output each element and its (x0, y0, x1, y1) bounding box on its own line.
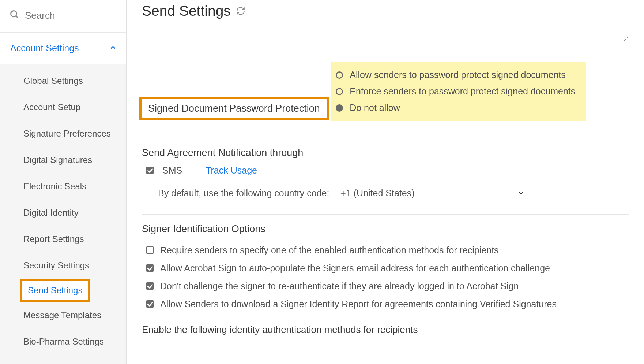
password-protection-section: Signed Document Password Protection Allo… (142, 63, 629, 127)
sidebar-item-message-templates[interactable]: Message Templates (0, 302, 126, 328)
search-input[interactable] (25, 10, 117, 21)
refresh-icon[interactable] (236, 3, 245, 19)
sidebar-item-digital-identity[interactable]: Digital Identity (0, 200, 126, 226)
checkbox-icon (146, 282, 154, 290)
track-usage-link[interactable]: Track Usage (206, 165, 257, 176)
sms-label: SMS (162, 165, 182, 176)
radio-icon (336, 88, 343, 95)
page-title-text: Send Settings (142, 3, 231, 19)
sidebar-section-label: Account Settings (10, 43, 79, 53)
check-no-reauth[interactable]: Don't challenge the signer to re-authent… (146, 277, 629, 295)
check-label: Allow Acrobat Sign to auto-populate the … (160, 263, 550, 274)
sidebar-item-account-setup[interactable]: Account Setup (0, 94, 126, 120)
check-identity-report[interactable]: Allow Senders to download a Signer Ident… (146, 295, 629, 313)
chevron-up-icon (109, 43, 117, 53)
check-autopopulate-email[interactable]: Allow Acrobat Sign to auto-populate the … (146, 259, 629, 277)
password-protection-options: Allow senders to password protect signed… (331, 62, 586, 121)
radio-do-not-allow[interactable]: Do not allow (336, 100, 575, 116)
main-content: Send Settings Signed Document Password P… (127, 0, 644, 364)
country-code-select[interactable]: +1 (United States) (334, 183, 531, 203)
sidebar-item-digital-signatures[interactable]: Digital Signatures (0, 147, 126, 173)
password-protection-heading: Signed Document Password Protection (139, 97, 329, 120)
sidebar-item-electronic-seals[interactable]: Electronic Seals (0, 173, 126, 200)
radio-label: Enforce senders to password protect sign… (350, 86, 575, 97)
sidebar-item-send-settings[interactable]: Send Settings (20, 279, 90, 302)
sidebar-item-global-settings[interactable]: Global Settings (0, 68, 126, 94)
sidebar-item-security-settings[interactable]: Security Settings (0, 252, 126, 279)
signer-id-heading: Signer Identification Options (142, 223, 629, 235)
page-title: Send Settings (142, 3, 629, 19)
check-require-auth[interactable]: Require senders to specify one of the en… (146, 241, 629, 259)
nav-list: Global Settings Account Setup Signature … (0, 64, 126, 364)
checkbox-icon (146, 246, 154, 254)
notification-section: Send Agreement Notification through SMS … (142, 147, 629, 203)
sidebar-item-report-settings[interactable]: Report Settings (0, 226, 126, 252)
checkbox-icon (146, 300, 154, 308)
sidebar: Account Settings Global Settings Account… (0, 0, 127, 364)
signer-id-section: Signer Identification Options Require se… (142, 223, 629, 335)
svg-line-1 (16, 16, 18, 18)
radio-enforce-password[interactable]: Enforce senders to password protect sign… (336, 83, 575, 100)
radio-label: Allow senders to password protect signed… (350, 70, 566, 80)
country-code-label: By default, use the following country co… (158, 188, 329, 198)
radio-allow-password[interactable]: Allow senders to password protect signed… (336, 67, 575, 83)
checkbox-icon (146, 264, 154, 272)
search-row (0, 0, 126, 33)
country-code-value: +1 (United States) (340, 188, 414, 198)
auth-methods-heading: Enable the following identity authentica… (142, 324, 629, 335)
radio-icon (336, 71, 343, 79)
radio-label: Do not allow (350, 103, 400, 113)
radio-icon (336, 104, 343, 112)
notification-heading: Send Agreement Notification through (142, 147, 629, 159)
sidebar-item-bio-pharma-settings[interactable]: Bio-Pharma Settings (0, 328, 126, 355)
sms-checkbox[interactable] (146, 167, 154, 174)
check-label: Don't challenge the signer to re-authent… (160, 281, 519, 291)
svg-point-0 (11, 11, 17, 17)
check-label: Require senders to specify one of the en… (160, 245, 499, 256)
message-textarea[interactable] (158, 26, 629, 42)
sidebar-section-account-settings[interactable]: Account Settings (0, 33, 126, 64)
sidebar-item-signature-preferences[interactable]: Signature Preferences (0, 120, 126, 147)
search-icon (10, 10, 20, 21)
check-label: Allow Senders to download a Signer Ident… (160, 299, 557, 309)
